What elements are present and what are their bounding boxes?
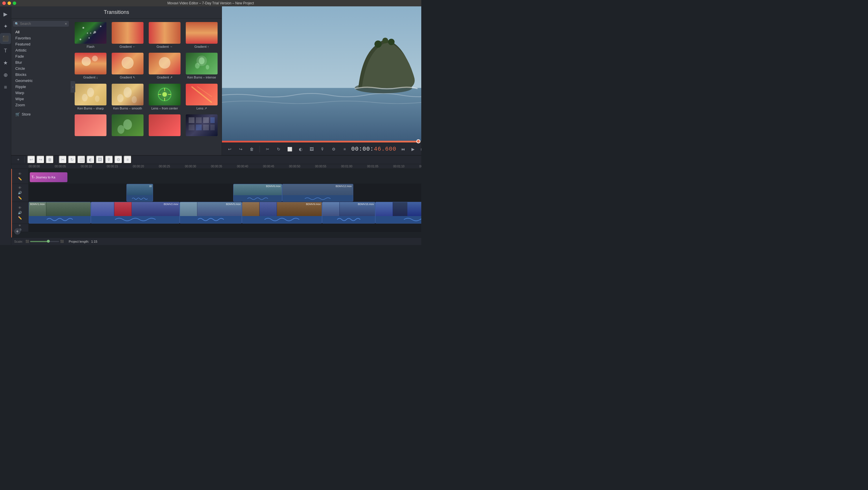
audio-timeline-button[interactable]: 🎙 <box>105 155 113 164</box>
add-track-button[interactable]: + <box>14 228 21 235</box>
edit-icon3[interactable]: ✏️ <box>18 216 22 221</box>
bdmv12-clip[interactable]: BDMV12.mov <box>282 184 353 202</box>
search-bar[interactable]: 🔍 ✕ <box>13 21 69 27</box>
collapse-panel-button[interactable]: ‹ <box>71 81 75 93</box>
progress-handle[interactable] <box>416 139 421 143</box>
toolbar-divider <box>25 156 25 163</box>
transition-kburns-smooth[interactable]: Ken Burns – smooth <box>110 83 145 112</box>
bdmv15-clip[interactable]: BDMV15.mov <box>322 202 375 224</box>
eye-icon2[interactable]: 👁 <box>18 185 22 190</box>
sidebar-media[interactable]: ▶ <box>0 9 11 20</box>
image-timeline-button[interactable]: 🖼 <box>96 155 104 164</box>
store-button[interactable]: 🛒 Store <box>13 110 69 118</box>
category-zoom[interactable]: Zoom <box>13 102 69 108</box>
title-track: 👁 ✏️ Tᵣ Journey to Ka <box>11 169 421 184</box>
transition-gradient-l[interactable]: Gradient ← <box>110 21 145 50</box>
transition-kburns-sharp[interactable]: Ken Burns – sharp <box>73 83 108 112</box>
sidebar-clips[interactable]: ⬛ <box>0 33 11 44</box>
search-input[interactable] <box>20 22 64 26</box>
title-clip[interactable]: Tᵣ Journey to Ka <box>30 172 67 182</box>
transition-lens-diag[interactable]: Lens ↗ <box>184 83 219 112</box>
skip-forward-button[interactable]: ⏭ <box>418 145 421 153</box>
transition-gradient-tl[interactable]: Gradient ↗ <box>147 52 182 81</box>
lock-icon2[interactable]: 🔊 <box>18 191 22 195</box>
search-clear-icon[interactable]: ✕ <box>64 22 67 26</box>
category-artistic[interactable]: Artistic <box>13 47 69 53</box>
bl-clip[interactable]: Bl <box>126 184 153 202</box>
settings-timeline-button[interactable]: ⚙ <box>114 155 122 164</box>
bdmv2-clip[interactable]: BDMV2.mov <box>91 202 180 224</box>
category-circle[interactable]: Circle <box>13 65 69 71</box>
scale-slider-track[interactable] <box>30 241 59 242</box>
minimize-button[interactable] <box>7 1 11 5</box>
bdmv16-clip[interactable]: BDMV16.m <box>375 202 421 224</box>
close-button[interactable] <box>2 1 6 5</box>
sidebar-effects[interactable]: ✦ <box>0 21 11 32</box>
transition-gradient-u[interactable]: Gradient ↑ <box>184 21 219 50</box>
undo-timeline-button[interactable]: ↩ <box>27 155 35 164</box>
transition-lens-center[interactable]: Lens – from center <box>147 83 182 112</box>
levels-timeline-button[interactable]: ≡ <box>124 155 132 164</box>
sidebar-audio[interactable]: ≡ <box>0 82 11 93</box>
play-button[interactable]: ▶ <box>408 145 417 153</box>
cut-timeline-button[interactable]: ✂ <box>59 155 67 164</box>
crop-button[interactable]: ⬜ <box>285 145 294 153</box>
maximize-button[interactable] <box>13 1 16 5</box>
undo-button[interactable]: ↩ <box>225 145 234 153</box>
sidebar-transitions[interactable]: ★ <box>0 57 11 68</box>
lock-icon[interactable]: ✏️ <box>18 177 22 181</box>
category-wipe[interactable]: Wipe <box>13 96 69 102</box>
transition-unknown3[interactable] <box>147 113 182 138</box>
redo-timeline-button[interactable]: ↪ <box>36 155 44 164</box>
crop-timeline-button[interactable]: ⬜ <box>77 155 85 164</box>
settings-button[interactable]: ⚙ <box>329 145 338 153</box>
eye-icon[interactable]: 👁 <box>18 171 22 176</box>
category-geometric[interactable]: Geometric <box>13 78 69 84</box>
category-blur[interactable]: Blur <box>13 59 69 65</box>
color-timeline-button[interactable]: ◐ <box>87 155 95 164</box>
category-featured[interactable]: Featured <box>13 41 69 47</box>
progress-bar[interactable] <box>222 141 421 143</box>
transition-unknown1[interactable] <box>73 113 108 138</box>
category-favorites[interactable]: Favorites <box>13 35 69 41</box>
transition-gradient-br[interactable]: Gradient ↖ <box>110 52 145 81</box>
audio-record-button[interactable]: 🎙 <box>318 145 327 153</box>
rotate-timeline-button[interactable]: ↻ <box>68 155 76 164</box>
category-ripple[interactable]: Ripple <box>13 84 69 90</box>
rotate-button[interactable]: ↻ <box>274 145 283 153</box>
audio-eye-icon[interactable]: 👁 <box>18 224 22 227</box>
bdmv1-clip[interactable]: BDMV1.mov <box>29 202 91 224</box>
category-warp[interactable]: Warp <box>13 90 69 96</box>
transition-gradient-r[interactable]: Gradient → <box>147 21 182 50</box>
volume-icon3[interactable]: 🔊 <box>18 210 22 215</box>
transition-gradient-d[interactable]: Gradient ↓ <box>73 52 108 81</box>
skip-back-button[interactable]: ⏮ <box>399 145 407 153</box>
cut-button[interactable]: ✂ <box>263 145 272 153</box>
bdmv9-clip[interactable]: BDMV9.mov <box>242 202 322 224</box>
levels-button[interactable]: ≡ <box>340 145 349 153</box>
sidebar-filters[interactable]: ⊕ <box>0 69 11 81</box>
secondary-video-track: 👁 🔊 ✏️ Bl <box>11 184 421 202</box>
scale-handle[interactable] <box>47 240 50 243</box>
transition-kburns-intense[interactable]: Ken Burns – intense <box>184 52 219 81</box>
category-blocks[interactable]: Blocks <box>13 71 69 78</box>
svg-rect-35 <box>203 124 209 130</box>
redo-button[interactable]: ↪ <box>237 145 245 153</box>
delete-button[interactable]: 🗑 <box>247 145 256 153</box>
edit-icon2[interactable]: ✏️ <box>18 196 22 200</box>
eye-icon3[interactable]: 👁 <box>18 205 22 210</box>
category-all[interactable]: All <box>13 29 69 35</box>
color-button[interactable]: ◐ <box>296 145 305 153</box>
sidebar-text[interactable]: T <box>0 45 11 56</box>
transition-unknown2[interactable] <box>110 113 145 138</box>
category-fade[interactable]: Fade <box>13 53 69 59</box>
preview-video: ? <box>222 6 421 141</box>
transition-unknown4[interactable] <box>184 113 219 138</box>
add-track-icon[interactable]: ＋ <box>14 155 22 164</box>
scale-slider[interactable]: ⬛ ⬛ <box>26 240 64 243</box>
delete-timeline-button[interactable]: 🗑 <box>46 155 54 164</box>
image-button[interactable]: 🖼 <box>307 145 316 153</box>
bdmv5-clip[interactable]: BDMV5.mov <box>180 202 242 224</box>
transition-flash[interactable]: Flash <box>73 21 108 50</box>
bdmv6-clip[interactable]: BDMV6.mov <box>233 184 282 202</box>
